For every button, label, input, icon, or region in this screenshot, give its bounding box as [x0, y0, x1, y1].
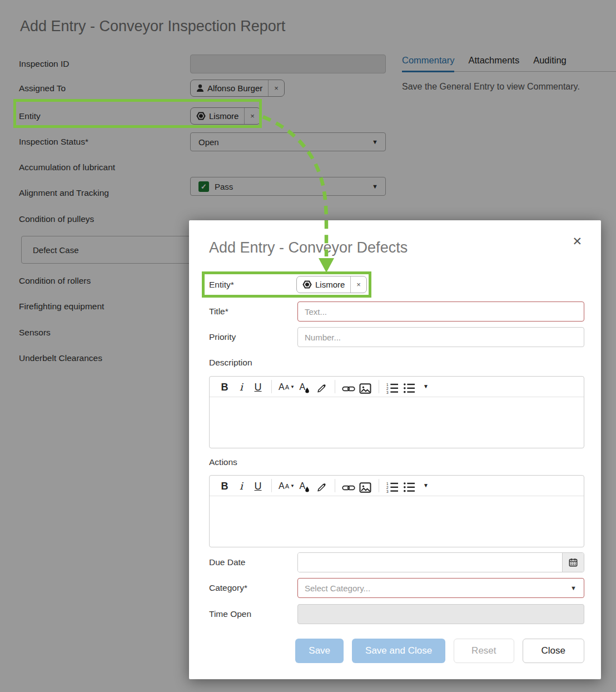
close-button[interactable]: Close: [523, 639, 584, 663]
modal-footer: Save Save and Close Reset Close: [295, 639, 584, 663]
bold-button[interactable]: B: [218, 379, 231, 394]
font-size-button[interactable]: AA▼: [279, 379, 295, 394]
modal-entity-label: Entity*: [209, 276, 234, 293]
calendar-button[interactable]: [562, 553, 584, 572]
title-input[interactable]: [297, 301, 584, 322]
svg-text:3: 3: [386, 391, 389, 394]
title-label: Title*: [209, 301, 228, 322]
image-icon[interactable]: [359, 379, 372, 394]
toolbar-divider: [271, 479, 272, 492]
ordered-list-icon[interactable]: 123: [386, 478, 399, 493]
defects-modal: Add Entry - Conveyor Defects ✕ Entity* L…: [189, 220, 601, 679]
bold-button[interactable]: B: [218, 478, 231, 493]
font-size-button[interactable]: AA▼: [279, 478, 295, 493]
modal-entity-remove-button[interactable]: ×: [350, 276, 366, 293]
toolbar-divider: [379, 479, 379, 492]
category-placeholder: Select Category...: [305, 584, 370, 593]
link-icon[interactable]: [342, 478, 355, 493]
hexagon-icon: [302, 280, 312, 289]
italic-button[interactable]: i: [235, 478, 248, 493]
font-color-button[interactable]: A: [298, 478, 311, 493]
svg-text:3: 3: [386, 490, 389, 493]
description-label: Description: [209, 358, 252, 368]
actions-textarea[interactable]: [210, 496, 584, 547]
close-icon[interactable]: ✕: [572, 235, 582, 248]
caret-down-icon: ▼: [570, 585, 577, 591]
due-date-label: Due Date: [209, 552, 245, 572]
description-textarea[interactable]: [210, 397, 584, 448]
screen: Add Entry - Conveyor Inspection Report I…: [0, 0, 616, 692]
actions-label: Actions: [209, 457, 237, 467]
modal-entity-chip-label: Lismore: [315, 280, 345, 289]
modal-title: Add Entry - Conveyor Defects: [209, 239, 408, 256]
calendar-icon: [569, 558, 578, 567]
priority-input[interactable]: [297, 327, 584, 347]
actions-editor: B i U AA▼ A 123 ▼: [209, 475, 584, 547]
modal-entity-chip[interactable]: Lismore ×: [296, 276, 367, 293]
category-label: Category*: [209, 578, 247, 598]
font-color-button[interactable]: A: [298, 379, 311, 394]
image-icon[interactable]: [359, 478, 372, 493]
bullet-list-icon[interactable]: [403, 379, 416, 394]
italic-button[interactable]: i: [235, 379, 248, 394]
highlighter-icon[interactable]: [315, 478, 328, 493]
save-and-close-button[interactable]: Save and Close: [352, 639, 445, 663]
link-icon[interactable]: [342, 379, 355, 394]
due-date-input[interactable]: [298, 553, 562, 572]
toolbar-divider: [335, 380, 335, 393]
due-date-field: [297, 552, 584, 572]
toolbar-divider: [379, 380, 379, 393]
list-options-caret-icon[interactable]: ▼: [419, 379, 433, 394]
underline-button[interactable]: U: [251, 379, 265, 394]
save-button[interactable]: Save: [295, 639, 344, 663]
time-open-label: Time Open: [209, 604, 251, 624]
reset-button[interactable]: Reset: [454, 639, 514, 663]
time-open-input: [297, 604, 584, 624]
actions-toolbar: B i U AA▼ A 123 ▼: [210, 476, 584, 496]
toolbar-divider: [335, 479, 335, 492]
bullet-list-icon[interactable]: [403, 478, 416, 493]
description-editor: B i U AA▼ A 123 ▼: [209, 376, 584, 448]
underline-button[interactable]: U: [251, 478, 265, 493]
highlighter-icon[interactable]: [315, 379, 328, 394]
toolbar-divider: [271, 380, 272, 393]
description-toolbar: B i U AA▼ A 123 ▼: [210, 377, 584, 397]
ordered-list-icon[interactable]: 123: [386, 379, 399, 394]
list-options-caret-icon[interactable]: ▼: [419, 478, 433, 493]
category-select[interactable]: Select Category... ▼: [297, 578, 584, 598]
priority-label: Priority: [209, 327, 236, 347]
